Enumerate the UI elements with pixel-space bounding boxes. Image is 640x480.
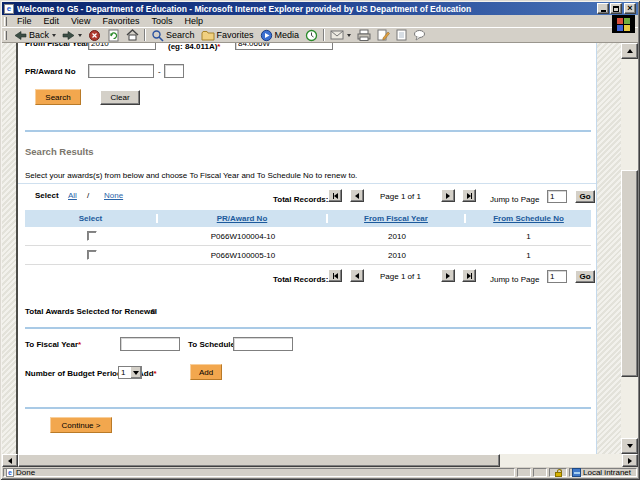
go-button[interactable]: Go	[575, 190, 595, 203]
last-page-button[interactable]	[462, 189, 476, 202]
jump-to-page-input[interactable]	[547, 190, 567, 203]
status-text: Done	[16, 468, 35, 477]
scroll-up-icon	[627, 49, 633, 53]
table-row: P066W100004-10 2010 1	[25, 227, 591, 246]
search-button[interactable]: Search	[35, 89, 81, 105]
restore-button[interactable]	[610, 3, 622, 14]
history-icon	[305, 29, 318, 42]
mail-button[interactable]	[327, 28, 354, 43]
favorites-button[interactable]: Favorites	[198, 28, 257, 43]
menu-file[interactable]: File	[11, 15, 38, 27]
vertical-scroll-thumb[interactable]	[621, 170, 638, 377]
toolbar-separator	[323, 29, 325, 41]
close-button[interactable]: ×	[624, 3, 636, 14]
status-panel-empty	[533, 468, 547, 477]
ie-page-icon: e	[4, 4, 14, 14]
refresh-icon	[107, 29, 120, 42]
last-page-button[interactable]	[462, 269, 476, 282]
favorites-label: Favorites	[217, 30, 254, 40]
cell-pr-award: P066W100004-10	[158, 232, 328, 241]
windows-logo-icon	[612, 15, 635, 33]
forward-button[interactable]	[59, 28, 85, 43]
toolbar-separator	[144, 29, 146, 41]
cfda-input[interactable]	[235, 43, 333, 50]
cell-from-schedule-no: 1	[466, 251, 591, 260]
jump-to-page-label: Jump to Page	[490, 275, 539, 284]
close-icon: ×	[627, 4, 632, 13]
prev-page-button[interactable]	[350, 269, 364, 282]
budget-periods-value: 1	[119, 367, 130, 378]
clear-button[interactable]: Clear	[100, 90, 140, 105]
scroll-left-button[interactable]	[2, 454, 18, 467]
search-button-toolbar[interactable]: Search	[148, 28, 198, 43]
page-info: Page 1 of 1	[380, 272, 421, 281]
menu-tools[interactable]: Tools	[145, 15, 178, 27]
page-icon	[396, 29, 407, 41]
to-schedule-no-input[interactable]	[233, 337, 293, 351]
horizontal-scrollbar[interactable]	[2, 454, 638, 467]
prev-page-button[interactable]	[350, 189, 364, 202]
continue-button[interactable]: Continue >	[50, 417, 112, 433]
document-icon: e	[6, 468, 14, 477]
add-button[interactable]: Add	[190, 364, 222, 380]
home-button[interactable]	[123, 28, 142, 43]
row-checkbox[interactable]	[87, 231, 97, 241]
page-button[interactable]	[393, 28, 410, 43]
search-label: Search	[166, 30, 195, 40]
menu-edit[interactable]: Edit	[38, 15, 66, 27]
go-button[interactable]: Go	[575, 270, 595, 283]
scroll-right-icon	[628, 458, 632, 464]
table-row: P066W100005-10 2010 1	[25, 246, 591, 265]
header-pr-award[interactable]: PR/Award No	[158, 214, 328, 223]
scroll-right-button[interactable]	[622, 454, 638, 467]
from-fiscal-year-input[interactable]	[88, 43, 156, 50]
jump-to-page-label: Jump to Page	[490, 195, 539, 204]
pr-award-input[interactable]	[88, 64, 154, 78]
media-button[interactable]: Media	[257, 28, 303, 43]
zone-text: Local intranet	[583, 468, 631, 477]
menu-favorites[interactable]: Favorites	[96, 15, 145, 27]
row-checkbox[interactable]	[87, 250, 97, 260]
status-panel: e Done	[3, 468, 515, 477]
menu-view[interactable]: View	[65, 15, 96, 27]
toolbar-grip[interactable]	[4, 31, 7, 40]
select-all-link[interactable]: All	[68, 191, 77, 200]
page-margin-right	[597, 43, 621, 454]
back-button[interactable]: Back	[11, 28, 59, 43]
budget-periods-select[interactable]: 1	[118, 366, 142, 379]
awards-table: Select PR/Award No From Fiscal Year From…	[25, 210, 591, 265]
first-page-button[interactable]	[328, 269, 342, 282]
back-dropdown-icon	[52, 34, 56, 37]
pr-award-ext-input[interactable]	[164, 64, 184, 78]
minimize-icon	[601, 10, 606, 12]
print-button[interactable]	[354, 28, 374, 43]
search-results-heading: Search Results	[25, 146, 94, 157]
refresh-button[interactable]	[104, 28, 123, 43]
header-from-fiscal-year[interactable]: From Fiscal Year	[328, 214, 466, 223]
vertical-scrollbar[interactable]	[621, 43, 638, 454]
scroll-down-button[interactable]	[621, 438, 638, 454]
select-none-link[interactable]: None	[104, 191, 123, 200]
scroll-down-icon	[627, 444, 633, 448]
header-from-schedule-no[interactable]: From Schedule No	[466, 214, 591, 223]
menu-grip[interactable]	[4, 17, 7, 26]
history-button[interactable]	[302, 28, 321, 43]
scroll-up-button[interactable]	[621, 43, 638, 59]
total-selected-value: 0	[151, 307, 155, 316]
edit-button[interactable]	[374, 28, 393, 43]
next-page-button[interactable]	[441, 269, 455, 282]
first-page-button[interactable]	[328, 189, 342, 202]
horizontal-scroll-thumb[interactable]	[18, 454, 500, 467]
menu-bar: File Edit View Favorites Tools Help	[2, 15, 638, 27]
media-label: Media	[275, 30, 300, 40]
stop-button[interactable]	[85, 28, 104, 43]
menu-help[interactable]: Help	[178, 15, 209, 27]
restore-icon	[613, 6, 619, 12]
discuss-button[interactable]	[410, 28, 429, 43]
minimize-button[interactable]	[597, 3, 609, 14]
chevron-down-icon	[133, 371, 139, 375]
next-page-button[interactable]	[441, 189, 455, 202]
jump-to-page-input[interactable]	[547, 270, 567, 283]
to-fiscal-year-input[interactable]	[120, 337, 180, 351]
dropdown-button[interactable]	[130, 367, 141, 378]
